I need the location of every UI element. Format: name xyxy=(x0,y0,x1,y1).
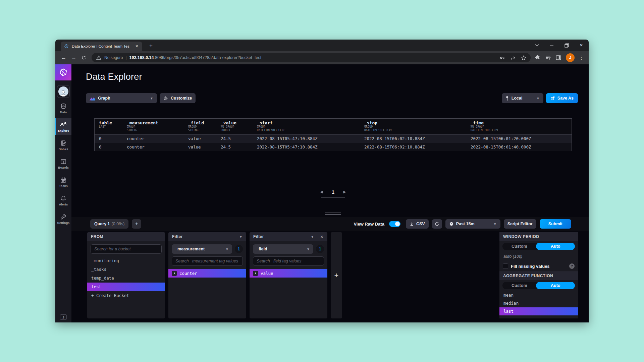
page-next-icon[interactable]: ▶ xyxy=(343,190,346,194)
security-warning-icon[interactable] xyxy=(96,55,102,61)
table-cell: 2022-08-15T05:47:10.884Z xyxy=(253,143,360,151)
page-number[interactable]: 1 xyxy=(332,189,334,195)
address-bar[interactable]: No seguro | 192.168.0.14:8086/orgs/057ac… xyxy=(92,53,531,62)
timezone-label: Local xyxy=(512,96,532,101)
tab-close-icon[interactable]: ✕ xyxy=(134,44,140,49)
bookmark-star-icon[interactable] xyxy=(521,55,527,61)
table-row[interactable]: 0countervalue24.52022-08-15T05:47:10.884… xyxy=(95,135,572,143)
filter-key-label: _field xyxy=(256,247,267,251)
aggregate-function-median[interactable]: median xyxy=(499,299,578,307)
reload-icon[interactable] xyxy=(79,53,89,63)
media-list-icon[interactable] xyxy=(545,55,551,61)
nav-item-boards[interactable]: Boards xyxy=(55,155,71,172)
add-filter-card-button[interactable]: + xyxy=(331,232,342,318)
tag-value-counter[interactable]: counter xyxy=(168,269,246,278)
nav-item-settings[interactable]: Settings xyxy=(55,210,71,227)
chevron-down-icon: ▼ xyxy=(150,97,153,100)
window-close-button[interactable]: ✕ xyxy=(574,40,589,51)
nav-item-explore[interactable]: Explore xyxy=(55,118,71,135)
window-period-segmented-control: Custom Auto xyxy=(502,243,575,250)
view-type-dropdown[interactable]: Graph ▼ xyxy=(86,93,157,103)
nav-item-alerts[interactable]: Alerts xyxy=(55,192,71,208)
bucket-item-test[interactable]: test xyxy=(87,283,165,291)
query-tab[interactable]: Query 1 (0.08s) xyxy=(90,219,128,229)
side-panel-icon[interactable] xyxy=(555,55,561,61)
aggregate-function-header: AGGREGATE FUNCTION xyxy=(499,272,578,280)
help-icon[interactable]: ? xyxy=(569,263,575,269)
script-editor-button[interactable]: Script Editor xyxy=(504,219,536,229)
table-row[interactable]: 0countervalue24.52022-08-15T05:47:10.884… xyxy=(95,143,572,151)
field-search-input[interactable] xyxy=(253,256,324,266)
forward-icon[interactable]: → xyxy=(69,53,79,63)
window-period-header: WINDOW PERIOD xyxy=(499,232,578,241)
influxdb-logo[interactable] xyxy=(55,64,71,80)
tag-value-value[interactable]: value xyxy=(250,269,327,278)
nav-item-data[interactable]: Data xyxy=(55,100,71,116)
column-header-_start: _startGROUPDATETIME:RFC3339 xyxy=(253,119,360,134)
add-query-button[interactable]: + xyxy=(132,219,141,229)
back-icon[interactable]: ← xyxy=(59,53,69,63)
chevron-down-icon[interactable]: ▼ xyxy=(311,235,314,239)
table-cell: 0 xyxy=(95,143,122,151)
page-prev-icon[interactable]: ◀ xyxy=(320,190,323,194)
resize-drag-handle[interactable] xyxy=(94,213,572,215)
dashboards-icon xyxy=(60,158,67,165)
csv-download-button[interactable]: CSV xyxy=(406,219,429,229)
filter-title: Filter xyxy=(172,234,183,239)
tag-value-label: value xyxy=(261,271,273,276)
new-tab-button[interactable]: + xyxy=(147,43,155,49)
column-header-table: tableLAST xyxy=(95,119,122,134)
table-cell: 24.5 xyxy=(216,143,253,151)
extensions-puzzle-icon[interactable] xyxy=(535,55,541,61)
chevron-down-icon[interactable]: ▼ xyxy=(239,235,243,239)
window-minimize-button[interactable] xyxy=(544,40,559,51)
view-type-label: Graph xyxy=(98,96,145,101)
browser-profile-avatar[interactable]: J xyxy=(566,53,575,62)
browser-tab[interactable]: Data Explorer | Content Team Tes ✕ xyxy=(61,42,142,51)
table-cell: 0 xyxy=(95,135,122,143)
window-period-value: auto (10s) xyxy=(499,252,578,261)
window-maximize-button[interactable] xyxy=(559,40,574,51)
auto-segment[interactable]: Auto xyxy=(536,243,575,250)
bucket-item-_tasks[interactable]: _tasks xyxy=(87,265,165,274)
bucket-search-input[interactable] xyxy=(91,244,162,254)
close-icon[interactable]: ✕ xyxy=(320,234,324,239)
nav-item-label: Data xyxy=(60,111,67,114)
create-bucket-button[interactable]: + Create Bucket xyxy=(87,291,165,300)
fill-missing-values-checkbox[interactable] xyxy=(503,263,508,269)
timezone-dropdown[interactable]: Local ▼ xyxy=(502,93,543,103)
nav-collapse-icon[interactable]: ❯ xyxy=(60,314,67,320)
nav-item-books[interactable]: Books xyxy=(55,137,71,153)
window-chevron-icon[interactable] xyxy=(530,40,544,51)
aggregate-function-mean[interactable]: mean xyxy=(499,291,578,299)
page-title: Data Explorer xyxy=(86,72,142,82)
download-icon xyxy=(410,222,414,226)
view-raw-data-toggle[interactable] xyxy=(389,221,400,227)
nav-item-tasks[interactable]: Tasks xyxy=(55,174,71,190)
filter-key-dropdown[interactable]: _measurement ▼ xyxy=(172,244,232,254)
bucket-item-_monitoring[interactable]: _monitoring xyxy=(87,256,165,265)
aggregate-function-last[interactable]: last xyxy=(499,307,578,315)
save-as-button[interactable]: Save As xyxy=(546,93,578,103)
aggregate-segmented-control: Custom Auto xyxy=(502,282,575,289)
submit-button[interactable]: Submit xyxy=(540,219,571,229)
bucket-list: _monitoring_taskstemp_datatest+ Create B… xyxy=(87,256,165,300)
influxdb-app: DataExploreBooksBoardsTasksAlertsSetting… xyxy=(55,64,589,322)
refresh-button[interactable] xyxy=(432,219,442,229)
bucket-item-temp_data[interactable]: temp_data xyxy=(87,274,165,283)
from-panel-header: FROM xyxy=(87,232,165,241)
tag-value-label: counter xyxy=(179,271,197,276)
custom-segment[interactable]: Custom xyxy=(502,282,536,289)
measurement-search-input[interactable] xyxy=(172,256,243,266)
browser-menu-icon[interactable]: ⋮ xyxy=(579,55,584,61)
time-range-dropdown[interactable]: Past 15m ▼ xyxy=(445,219,500,229)
auto-segment[interactable]: Auto xyxy=(536,282,575,289)
password-key-icon[interactable] xyxy=(499,55,505,61)
from-title: FROM xyxy=(91,234,103,239)
custom-segment[interactable]: Custom xyxy=(502,243,536,250)
share-icon[interactable] xyxy=(510,55,516,61)
customize-button[interactable]: Customize xyxy=(160,93,196,103)
filter-key-dropdown[interactable]: _field ▼ xyxy=(253,244,313,254)
user-avatar[interactable] xyxy=(57,85,70,98)
save-as-label: Save As xyxy=(557,96,574,101)
